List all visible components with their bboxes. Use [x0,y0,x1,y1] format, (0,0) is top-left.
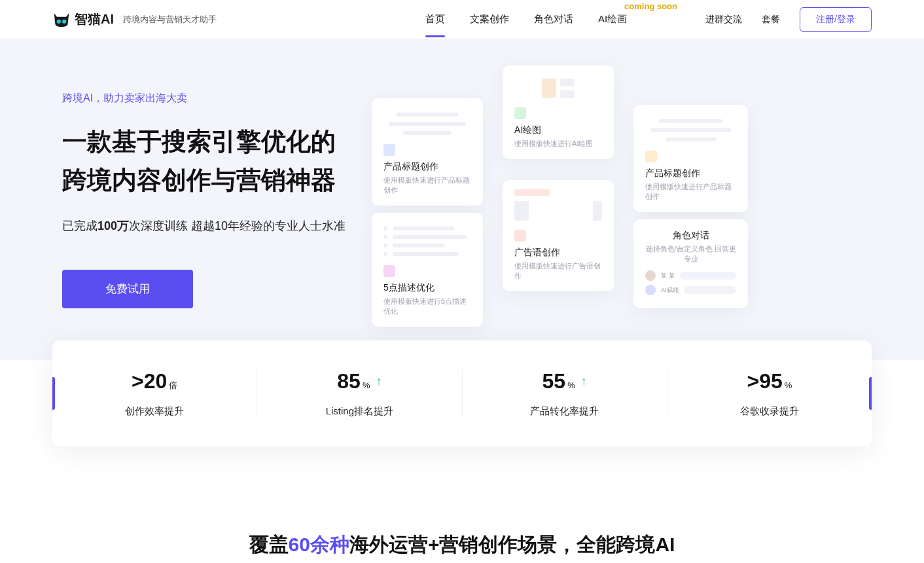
stat-efficiency: >20 倍 创作效率提升 [52,369,257,418]
card-sub: 使用模版快速进行产品标题创作 [383,175,471,195]
nav-roleplay[interactable]: 角色对话 [534,13,573,26]
main-nav: 首页 文案创作 角色对话 AI绘画 coming soon [425,13,627,26]
list-icon [383,265,395,277]
stat-label: 创作效率提升 [52,405,257,418]
stat-prefix: > [747,369,759,393]
stat-listing-rank: 85 % ↑ Listing排名提升 [257,369,461,418]
header: 智猫AI 跨境内容与营销天才助手 首页 文案创作 角色对话 AI绘画 comin… [0,0,924,39]
card-title: 产品标题创作 [383,161,471,173]
card-role-chat[interactable]: 角色对话 选择角色/自定义角色 回答更专业 某 某 AI赋能 [633,219,748,308]
card-title: AI绘图 [514,124,602,136]
hero-subtext: 已完成100万次深度训练 超越10年经验的专业人士水准 [62,218,346,234]
nav-home[interactable]: 首页 [425,13,445,26]
stat-prefix: > [132,369,144,393]
card-title: 5点描述优化 [383,282,471,294]
skeleton-lines [383,113,471,135]
megaphone-icon [514,230,526,242]
brand-wrap: 智猫AI 跨境内容与营销天才助手 [52,10,217,29]
card-sub: 使用模版快速进行AI绘图 [514,139,602,149]
skeleton-grid [514,79,602,98]
card-sub: 使用模版快速进行产品标题创作 [645,182,736,202]
stat-google-index: >95 % 谷歌收录提升 [667,369,872,418]
s2-highlight: 60余种 [289,534,349,555]
image-icon [514,107,526,119]
hero-section: 跨境AI，助力卖家出海大卖 一款基于搜索引擎优化的 跨境内容创作与营销神器 已完… [0,39,924,360]
card-ad-copy[interactable]: 广告语创作 使用模版快速进行广告语创作 [503,180,614,291]
card-sub: 选择角色/自定义角色 回答更专业 [645,244,736,264]
hero-heading: 一款基于搜索引擎优化的 跨境内容创作与营销神器 [62,122,346,200]
hero-sub-bold: 100万 [98,219,129,232]
hero-eyebrow: 跨境AI，助力卖家出海大卖 [62,92,346,105]
card-title: 广告语创作 [514,247,602,259]
stat-label: Listing排名提升 [257,405,461,418]
stat-label: 产品转化率提升 [463,405,667,418]
card-title: 产品标题创作 [645,168,736,179]
svg-point-1 [62,19,66,23]
hero-heading-line2: 跨境内容创作与营销神器 [62,166,336,194]
login-button[interactable]: 注册/登录 [800,7,872,32]
card-sub: 使用模版快速进行广告语创作 [514,261,602,281]
skeleton-list [383,227,471,256]
hero-heading-line1: 一款基于搜索引擎优化的 [62,128,336,155]
robot-icon [645,285,656,295]
stat-number: 20 [144,369,168,393]
card-title: 角色对话 [645,230,736,242]
avatar-icon [645,270,656,281]
card-sub: 使用模版快速进行5点描述优化 [383,297,471,316]
brand-name: 智猫AI [75,10,114,28]
arrow-up-icon: ↑ [376,374,382,388]
stat-unit: % [363,380,370,390]
chat-row-user: 某 某 [645,270,736,281]
stat-number: 95 [759,369,783,393]
hero-cards: 产品标题创作 使用模版快速进行产品标题创作 5点描述优化 使用模版快速进行5点描… [372,92,859,321]
svg-point-0 [57,19,61,23]
nav-copywriting[interactable]: 文案创作 [470,13,509,26]
right-nav: 进群交流 套餐 注册/登录 [705,7,872,32]
skeleton-lines [645,119,736,141]
stat-label: 谷歌收录提升 [667,405,872,418]
brand-tagline: 跨境内容与营销天才助手 [123,14,217,26]
arrow-up-icon: ↑ [581,374,587,388]
link-join-group[interactable]: 进群交流 [705,14,742,26]
scenarios-heading: 覆盖60余种海外运营+营销创作场景，全能跨境AI [0,532,924,558]
stat-conversion: 55 % ↑ 产品转化率提升 [462,369,667,418]
scenarios-section: 覆盖60余种海外运营+营销创作场景，全能跨境AI [0,446,924,563]
card-product-title-2[interactable]: 产品标题创作 使用模版快速进行产品标题创作 [633,105,748,212]
nav-ai-draw[interactable]: AI绘画 coming soon [598,13,627,26]
s2-pre: 覆盖 [249,534,289,555]
stats-panel: >20 倍 创作效率提升 85 % ↑ Listing排名提升 55 % ↑ 产… [52,340,872,446]
cat-icon [52,10,71,29]
chat-ai-label: AI赋能 [661,286,679,295]
hero-left: 跨境AI，助力卖家出海大卖 一款基于搜索引擎优化的 跨境内容创作与营销神器 已完… [62,92,346,321]
coming-soon-badge: coming soon [624,1,677,11]
skeleton-layout [514,189,602,221]
brand-logo[interactable]: 智猫AI [52,10,114,29]
card-ai-draw[interactable]: AI绘图 使用模版快速进行AI绘图 [503,65,614,159]
stat-unit: 倍 [169,380,177,391]
free-trial-button[interactable]: 免费试用 [62,270,193,308]
hero-sub-prefix: 已完成 [62,219,98,232]
stat-number: 55 [542,369,566,393]
stat-number: 85 [337,369,361,393]
card-5point-optimize[interactable]: 5点描述优化 使用模版快速进行5点描述优化 [372,213,483,327]
card-product-title-1[interactable]: 产品标题创作 使用模版快速进行产品标题创作 [372,98,483,206]
chat-row-ai: AI赋能 [645,285,736,295]
chat-user-label: 某 某 [661,272,675,280]
doc-icon [645,151,657,162]
hero-sub-suffix: 次深度训练 超越10年经验的专业人士水准 [129,219,346,232]
doc-icon [383,144,395,156]
nav-ai-draw-label: AI绘画 [598,13,627,24]
stat-unit: % [785,380,792,390]
s2-post: 海外运营+营销创作场景，全能跨境AI [349,534,675,555]
link-pricing[interactable]: 套餐 [762,14,780,26]
stat-unit: % [567,380,575,390]
